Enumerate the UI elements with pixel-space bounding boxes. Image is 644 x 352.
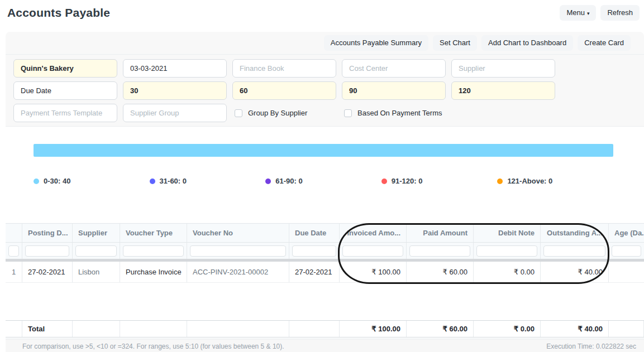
filter-cell [73,243,120,259]
navbar: Accounts Payable Menu▾ Refresh [0,0,644,25]
outstanding-amount-cell[interactable]: ₹ 40.00 [541,262,609,282]
column-filter-input[interactable] [8,245,19,257]
column-filter-input[interactable] [409,245,470,257]
accounts-payable-summary-button[interactable]: Accounts Payable Summary [324,35,428,51]
comparison-hint: For comparison, use >5, <10 or =324. For… [22,343,284,350]
legend-label: 61-90: 0 [275,177,302,185]
legend-item-31-60: 31-60: 0 [150,177,266,185]
filter-cell [6,243,22,259]
column-filter-input[interactable] [476,245,537,257]
refresh-button[interactable]: Refresh [600,5,640,21]
column-header-invoiced-amount[interactable]: Invoiced Amo... [340,224,407,242]
total-outstanding-amount: ₹ 40.00 [541,321,609,337]
range1-filter[interactable] [123,81,227,100]
legend-dot-icon [34,179,39,184]
voucher-type-cell[interactable]: Purchase Invoice [120,262,187,282]
supplier-cell[interactable]: Lisbon [73,262,120,282]
column-filter-input[interactable] [123,245,184,257]
total-invoiced-amount: ₹ 100.00 [340,321,407,337]
range4-filter[interactable] [451,81,555,100]
create-card-button[interactable]: Create Card [578,35,631,51]
total-debit-note: ₹ 0.00 [474,321,541,337]
cost-center-filter[interactable] [342,59,446,78]
filter-cell [609,243,644,259]
range3-filter[interactable] [342,81,446,100]
group-by-supplier-label: Group By Supplier [248,109,307,117]
legend-label: 121-Above: 0 [507,177,552,185]
filter-cell [289,243,340,259]
supplier-filter[interactable] [451,59,555,78]
voucher-no-cell[interactable]: ACC-PINV-2021-00002 [187,262,289,282]
filter-row-3: Group By Supplier Based On Payment Terms [13,104,644,122]
column-header-due-date[interactable]: Due Date [289,224,340,242]
nav-actions: Menu▾ Refresh [560,5,640,21]
filter-row-2 [13,81,644,100]
age-cell[interactable] [609,262,644,282]
column-filter-input[interactable] [75,245,117,257]
due-date-cell[interactable]: 27-02-2021 [289,262,340,282]
column-header-index[interactable] [6,224,22,242]
total-index-cell [6,321,22,337]
column-filter-input[interactable] [190,245,286,257]
filter-cell [22,243,73,259]
group-by-supplier-checkbox[interactable] [235,109,242,117]
set-chart-button[interactable]: Set Chart [433,35,477,51]
menu-button[interactable]: Menu▾ [560,5,596,21]
column-header-voucher-no[interactable]: Voucher No [187,224,289,242]
column-filter-input[interactable] [612,245,641,257]
column-header-supplier[interactable]: Supplier [73,224,120,242]
report-table: Posting D... Supplier Voucher Type Vouch… [6,223,644,337]
execution-time: Execution Time: 0.022822 sec [546,343,636,350]
column-header-outstanding-amount[interactable]: Outstanding A... [541,224,609,242]
total-paid-amount: ₹ 60.00 [407,321,474,337]
paid-amount-cell[interactable]: ₹ 60.00 [407,262,474,282]
column-filter-input[interactable] [292,245,336,257]
invoiced-amount-cell[interactable]: ₹ 100.00 [340,262,407,282]
legend-label: 0-30: 40 [44,177,70,185]
column-header-debit-note[interactable]: Debit Note [474,224,541,242]
ageing-based-on-filter[interactable] [13,81,117,100]
posting-date-cell[interactable]: 27-02-2021 [22,262,73,282]
legend-label: 91-120: 0 [392,177,423,185]
company-filter[interactable] [13,59,117,78]
table-row[interactable]: 1 27-02-2021 Lisbon Purchase Invoice ACC… [6,262,644,283]
legend-dot-icon [381,179,387,184]
add-chart-to-dashboard-button[interactable]: Add Chart to Dashboard [481,35,573,51]
total-supplier-cell [73,321,120,337]
based-on-payment-terms-checkbox[interactable] [344,109,352,117]
group-by-supplier-field: Group By Supplier [232,104,336,122]
percentage-bar [34,144,613,157]
based-on-payment-terms-label: Based On Payment Terms [357,109,442,117]
total-label: Total [22,321,73,337]
column-filter-input[interactable] [342,245,403,257]
column-header-age[interactable]: Age (Da... [609,224,644,242]
column-header-posting-date[interactable]: Posting D... [22,224,73,242]
page-title: Accounts Payable [7,6,110,20]
filter-section: Group By Supplier Based On Payment Terms [6,55,644,127]
column-filter-input[interactable] [543,245,605,257]
bar-segment-0-30[interactable] [34,144,613,157]
column-filter-input[interactable] [25,245,69,257]
range2-filter[interactable] [232,81,336,100]
legend-label: 31-60: 0 [160,177,187,185]
column-header-paid-amount[interactable]: Paid Amount [407,224,474,242]
report-toolbar: Accounts Payable Summary Set Chart Add C… [6,32,644,55]
filter-cell [187,243,289,259]
debit-note-cell[interactable]: ₹ 0.00 [474,262,541,282]
chart-legend: 0-30: 40 31-60: 0 61-90: 0 91-120: 0 121… [34,177,613,185]
filter-row-1 [13,59,644,78]
legend-dot-icon [150,179,155,184]
chevron-down-icon: ▾ [587,11,590,16]
filter-cell [120,243,187,259]
report-date-filter[interactable] [123,59,227,78]
legend-dot-icon [265,179,271,184]
legend-item-0-30: 0-30: 40 [34,177,150,185]
finance-book-filter[interactable] [232,59,336,78]
legend-item-121-above: 121-Above: 0 [497,177,613,185]
filter-cell [407,243,474,259]
column-header-voucher-type[interactable]: Voucher Type [120,224,187,242]
total-age-cell [609,321,644,337]
table-header-row: Posting D... Supplier Voucher Type Vouch… [6,223,644,243]
payment-terms-template-filter[interactable] [13,104,117,122]
supplier-group-filter[interactable] [123,104,227,122]
